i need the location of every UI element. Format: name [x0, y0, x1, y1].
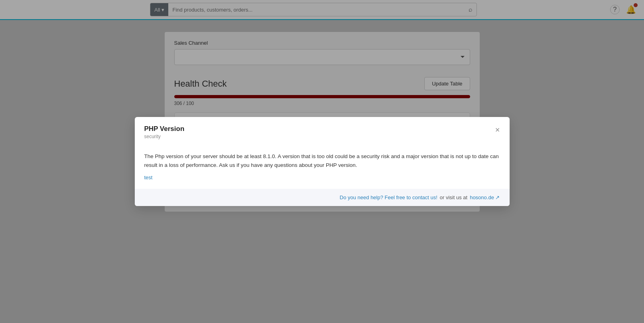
modal-title: PHP Version — [144, 125, 185, 133]
modal-footer-hosono-label: hosono.de ↗ — [470, 194, 500, 200]
modal-body: The Php version of your server should be… — [135, 144, 510, 188]
modal-description: The Php version of your server should be… — [144, 152, 500, 169]
modal-test-link[interactable]: test — [144, 174, 153, 180]
modal-footer-hosono-link[interactable]: hosono.de ↗ — [470, 194, 500, 200]
modal-dialog: PHP Version security × The Php version o… — [135, 117, 510, 206]
modal-title-block: PHP Version security — [144, 125, 185, 139]
modal-header: PHP Version security × — [135, 117, 510, 144]
modal-close-button[interactable]: × — [495, 126, 500, 134]
modal-footer-visit-text: or visit us at — [440, 194, 467, 200]
modal-footer-contact-link[interactable]: Do you need help? Feel free to contact u… — [340, 194, 437, 200]
modal-subtitle: security — [144, 134, 185, 139]
modal-footer: Do you need help? Feel free to contact u… — [135, 189, 510, 206]
modal-overlay[interactable]: PHP Version security × The Php version o… — [0, 0, 644, 323]
